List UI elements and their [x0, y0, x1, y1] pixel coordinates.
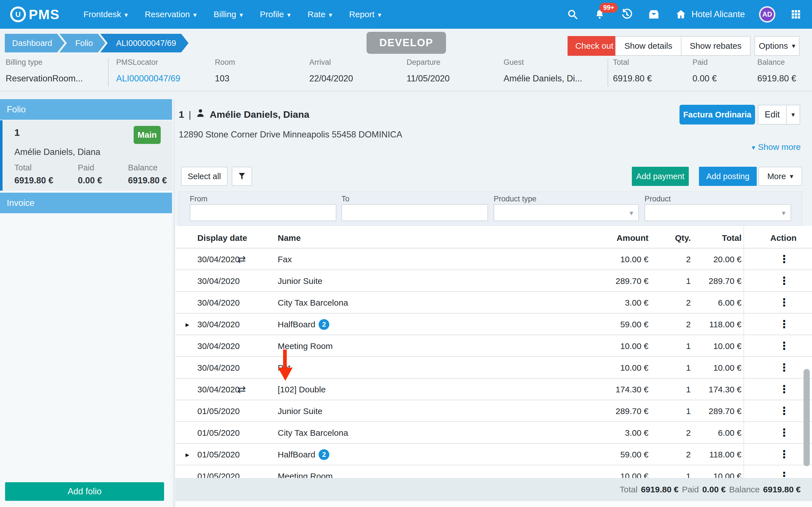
- navbar-menu-label: Reservation: [145, 10, 190, 19]
- add-posting-button[interactable]: Add posting: [699, 167, 757, 186]
- col-header-display-date: Display date: [197, 233, 247, 243]
- row-actions-kebab-icon[interactable]: [779, 275, 790, 287]
- table-row[interactable]: 30/04/2020 [102] Double 174.30 € 1 174.3…: [175, 379, 812, 400]
- row-product-name: Meeting Room: [278, 471, 333, 478]
- more-button[interactable]: More: [758, 167, 802, 186]
- row-amount: 59.00 €: [620, 320, 649, 329]
- show-rebates-button[interactable]: Show rebates: [681, 37, 750, 55]
- row-display-date: 01/05/2020: [197, 406, 240, 416]
- row-actions-kebab-icon[interactable]: [779, 361, 790, 374]
- navbar-menu[interactable]: Billing: [205, 0, 252, 29]
- row-total: 10.00 €: [713, 341, 742, 351]
- expand-row-icon[interactable]: [186, 320, 189, 329]
- footer-total-label: Total: [620, 485, 638, 494]
- table-row[interactable]: 01/05/2020 Junior Suite 289.70 € 1 289.7…: [175, 400, 812, 422]
- folio-paid-value: 0.00 €: [78, 175, 102, 186]
- filter-button[interactable]: [232, 167, 252, 186]
- col-header-name: Name: [278, 233, 301, 243]
- search-icon[interactable]: [566, 8, 579, 21]
- room-value: 103: [215, 73, 235, 83]
- table-row[interactable]: 30/04/2020 Junior Suite 289.70 € 1 289.7…: [175, 270, 812, 292]
- filter-product-type-select[interactable]: [494, 204, 639, 221]
- edit-dropdown-caret-icon[interactable]: [786, 105, 800, 124]
- row-display-date: 30/04/2020: [197, 385, 240, 394]
- pms-locator-link[interactable]: ALI00000047/69: [116, 73, 181, 83]
- property-selector[interactable]: Hotel Alicante: [674, 8, 745, 21]
- folio-guest-name: Amélie Daniels, Diana: [14, 147, 100, 157]
- breadcrumb-item[interactable]: Folio: [59, 34, 105, 52]
- row-actions-kebab-icon[interactable]: [779, 427, 790, 439]
- row-total: 10.00 €: [713, 363, 742, 373]
- avatar[interactable]: AD: [759, 6, 775, 22]
- check-out-button[interactable]: Check out: [567, 36, 621, 56]
- room-label: Room: [215, 58, 235, 67]
- table-row[interactable]: 01/05/2020 City Tax Barcelona 3.00 € 2 6…: [175, 422, 812, 444]
- row-actions-kebab-icon[interactable]: [779, 296, 790, 309]
- row-actions-kebab-icon[interactable]: [779, 383, 790, 395]
- edit-split-button: Edit: [758, 105, 800, 124]
- vertical-scrollbar-thumb[interactable]: [804, 369, 810, 466]
- table-row[interactable]: 01/05/2020 HalfBoard 2 59.00 € 2 118.00 …: [175, 444, 812, 465]
- billing-type-field: Billing type ReservationRoom...: [6, 58, 83, 83]
- show-details-button[interactable]: Show details: [616, 37, 680, 55]
- row-actions-kebab-icon[interactable]: [779, 405, 790, 417]
- table-row[interactable]: 01/05/2020 Meeting Room 10.00 € 1 10.00 …: [175, 465, 812, 478]
- add-folio-button[interactable]: Add folio: [5, 482, 164, 501]
- breadcrumb: DashboardFolioALI00000047/69: [5, 34, 189, 52]
- select-all-button[interactable]: Select all: [181, 167, 227, 186]
- navbar-menu[interactable]: Profile: [252, 0, 299, 29]
- row-actions-kebab-icon[interactable]: [779, 318, 790, 330]
- row-actions-kebab-icon[interactable]: [779, 340, 790, 352]
- brand-logo[interactable]: U PMS: [10, 6, 60, 22]
- apps-grid-icon[interactable]: [790, 8, 802, 21]
- footer-paid-value: 0.00 €: [702, 485, 726, 494]
- folio-card[interactable]: 1 Main Amélie Daniels, Diana Total Paid …: [0, 120, 172, 191]
- navbar-menu[interactable]: Frontdesk: [75, 0, 136, 29]
- history-icon[interactable]: [620, 8, 633, 21]
- sidebar-folio-header[interactable]: Folio: [0, 99, 172, 120]
- row-amount: 10.00 €: [620, 255, 649, 264]
- edit-button[interactable]: Edit: [758, 105, 786, 124]
- sidebar-folio-header-label: Folio: [7, 105, 26, 115]
- navbar-menu[interactable]: Reservation: [136, 0, 205, 29]
- options-label: Options: [759, 41, 788, 51]
- row-display-date: 30/04/2020: [197, 255, 240, 264]
- breadcrumb-item[interactable]: Dashboard: [5, 34, 64, 52]
- table-row[interactable]: 30/04/2020 HalfBoard 2 59.00 € 2 118.00 …: [175, 314, 812, 335]
- row-display-date: 30/04/2020: [197, 341, 240, 351]
- col-header-amount: Amount: [617, 233, 649, 243]
- brand-monogram: U: [15, 10, 21, 19]
- guest-header-name: Amélie Daniels, Diana: [210, 109, 309, 120]
- caret-down-icon: [121, 10, 128, 19]
- guest-person-icon: [196, 108, 205, 120]
- navbar-menu[interactable]: Rate: [299, 0, 341, 29]
- filter-from-input[interactable]: [190, 204, 336, 221]
- total-field: Total 6919.80 €: [613, 58, 652, 83]
- row-actions-kebab-icon[interactable]: [779, 470, 790, 478]
- sidebar-invoice-header[interactable]: Invoice: [0, 193, 172, 213]
- row-display-date: 01/05/2020: [197, 450, 240, 459]
- filter-product-select[interactable]: [645, 204, 791, 221]
- table-row[interactable]: 30/04/2020 Meeting Room 10.00 € 1 10.00 …: [175, 335, 812, 357]
- row-qty: 1: [686, 385, 691, 394]
- invoice-type-button[interactable]: Factura Ordinaria: [679, 105, 755, 124]
- filter-to-input[interactable]: [342, 204, 488, 221]
- row-actions-kebab-icon[interactable]: [779, 253, 790, 265]
- navbar-menu[interactable]: Report: [341, 0, 390, 29]
- row-actions-kebab-icon[interactable]: [779, 448, 790, 460]
- table-row[interactable]: 30/04/2020 Fax 10.00 € 2 20.00 €: [175, 248, 812, 270]
- options-button[interactable]: Options: [755, 36, 800, 56]
- show-more-link[interactable]: Show more: [752, 142, 801, 152]
- inbox-icon[interactable]: [647, 8, 660, 21]
- table-row[interactable]: 30/04/2020 City Tax Barcelona 3.00 € 2 6…: [175, 292, 812, 314]
- show-buttons-group: Show details Show rebates: [615, 36, 751, 56]
- add-payment-button[interactable]: Add payment: [632, 167, 689, 186]
- folio-guest-header: 1 | Amélie Daniels, Diana: [179, 108, 309, 120]
- expand-row-icon[interactable]: [186, 450, 189, 459]
- breadcrumb-item[interactable]: ALI00000047/69: [100, 34, 189, 52]
- guest-label: Guest: [504, 58, 582, 67]
- reservation-info-bar: Billing type ReservationRoom... PMSLocat…: [0, 56, 812, 91]
- notifications-bell-icon[interactable]: 99+: [593, 8, 606, 21]
- breadcrumb-label: Dashboard: [12, 39, 52, 48]
- table-row[interactable]: 30/04/2020 Pet 10.00 € 1 10.00 €: [175, 357, 812, 379]
